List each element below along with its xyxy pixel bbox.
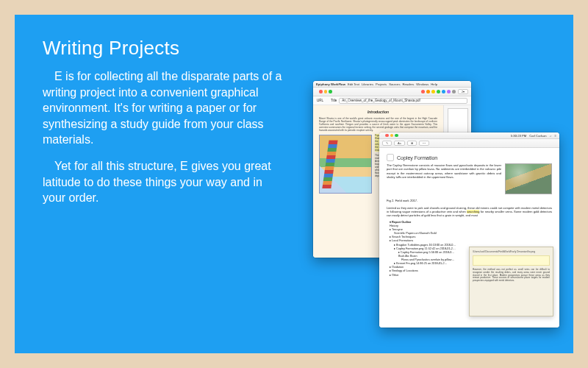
menu-projects[interactable]: Projects xyxy=(376,82,387,86)
note-toolbar: ✎ Aa ⊞ ⋯ xyxy=(379,139,559,148)
note-body: Copley Formation The Copley Greenstone c… xyxy=(379,148,559,328)
tag-blue[interactable] xyxy=(442,90,445,93)
toolbar-button[interactable]: ⋯ xyxy=(419,141,429,146)
toolbar-button[interactable]: Aa xyxy=(394,141,405,146)
user-name: Carl Carlson xyxy=(529,134,546,138)
file-path: /Users/carl/Documents/FieldWork/Early De… xyxy=(473,250,550,253)
menu-edit-text[interactable]: Edit Text xyxy=(348,82,359,86)
toolbar-button[interactable]: ⊞ xyxy=(407,141,417,146)
page-thumb[interactable] xyxy=(448,108,468,135)
doc-heading: Introduction xyxy=(319,110,437,114)
feature-panel: Writing Projects E is for collecting all… xyxy=(15,15,573,353)
highlighted-word: searching xyxy=(467,210,479,213)
info-panel: /Users/carl/Documents/FieldWork/Early De… xyxy=(469,247,553,316)
menu-help[interactable]: Help xyxy=(431,82,437,86)
screenshot-group: Epiphany WorkFlow Edit Text Libraries Pr… xyxy=(313,81,570,324)
tag-purple[interactable] xyxy=(447,90,451,93)
menu-icon[interactable]: ≡ xyxy=(555,134,556,138)
figure-caption: Fig 2. Field work 2017. xyxy=(387,199,552,203)
close-icon[interactable] xyxy=(319,90,323,93)
menu-readers[interactable]: Readers xyxy=(403,82,415,86)
toolbar-button[interactable]: ✎ xyxy=(382,141,392,146)
intro-paragraph-2: Yet for all this structure, E gives you … xyxy=(43,158,285,206)
color-swatch[interactable] xyxy=(387,154,394,161)
field-photo xyxy=(505,163,552,194)
sticky-note[interactable] xyxy=(473,255,550,266)
geology-map-figure xyxy=(319,135,372,194)
toolbar-dropdown[interactable]: 2▾ xyxy=(458,89,468,94)
search-icon[interactable]: ⌕ xyxy=(550,134,552,138)
menu-libraries[interactable]: Libraries xyxy=(362,82,373,86)
panel-text: However, the method was not perfect as s… xyxy=(473,269,550,283)
app-menu[interactable]: Epiphany WorkFlow xyxy=(316,82,345,86)
zoom-icon[interactable] xyxy=(395,134,398,138)
note-paragraph: Limited as they were to pick and shovels… xyxy=(387,206,552,218)
source-info-bar: URL Title xyxy=(313,96,471,105)
tag-green[interactable] xyxy=(437,90,440,93)
tag-yellow[interactable] xyxy=(431,90,435,93)
title-field[interactable] xyxy=(339,98,467,104)
zoom-icon[interactable] xyxy=(329,90,332,93)
menu-bar: Epiphany WorkFlow Edit Text Libraries Pr… xyxy=(313,81,471,88)
traffic-lights xyxy=(316,88,335,95)
tag-orange[interactable] xyxy=(426,90,430,93)
traffic-lights xyxy=(382,132,401,138)
window-toolbar: 2▾ xyxy=(313,88,471,96)
note-title: Copley Formation xyxy=(397,155,437,160)
minimize-icon[interactable] xyxy=(390,134,394,138)
url-label: URL xyxy=(317,99,323,102)
outline-header[interactable]: ▾ Report Outline xyxy=(390,221,411,224)
tag-colors xyxy=(421,90,456,93)
tag-gray[interactable] xyxy=(452,90,456,93)
menu-windows[interactable]: Windows xyxy=(416,82,429,86)
close-icon[interactable] xyxy=(385,134,389,138)
intro-paragraph-1: E is for collecting all the disparate pa… xyxy=(43,68,285,148)
title-label: Title xyxy=(331,99,337,102)
app-window-notes: 5:30:23 PM Carl Carlson ⌕ ≡ ✎ Aa ⊞ ⋯ Cop… xyxy=(379,132,559,328)
page-title: Writing Projects xyxy=(43,37,545,60)
menu-sources[interactable]: Sources xyxy=(389,82,400,86)
tag-red[interactable] xyxy=(421,90,425,93)
minimize-icon[interactable] xyxy=(324,90,328,93)
menu-bar: 5:30:23 PM Carl Carlson ⌕ ≡ xyxy=(379,132,559,139)
timestamp: 5:30:23 PM xyxy=(511,134,526,138)
